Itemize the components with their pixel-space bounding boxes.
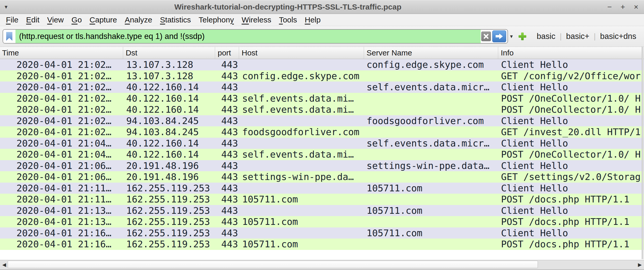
packet-row[interactable]: 2020-04-01 21:04…40.122.160.14443self.ev… — [0, 138, 644, 149]
cell-host — [239, 115, 364, 127]
packet-row[interactable]: 2020-04-01 21:02…94.103.84.245443foodsgo… — [0, 115, 644, 127]
packet-row[interactable]: 2020-04-01 21:02…40.122.160.14443self.ev… — [0, 104, 644, 115]
maximize-icon[interactable]: + — [621, 3, 625, 11]
cell-host: self.events.data.mi… — [239, 104, 364, 115]
cell-info: Client Hello — [498, 227, 644, 239]
minimize-icon[interactable]: − — [607, 3, 612, 11]
window-controls: − + × — [607, 0, 638, 14]
packet-row[interactable]: 2020-04-01 21:02…13.107.3.128443config.e… — [0, 70, 644, 82]
menu-item-telephony[interactable]: Telephony — [195, 15, 238, 24]
column-header-dst[interactable]: Dst — [123, 47, 215, 59]
cell-server-name — [364, 126, 498, 138]
cell-port: 443 — [215, 227, 239, 239]
cell-host — [239, 138, 364, 149]
cell-port: 443 — [215, 104, 239, 115]
cell-host — [239, 160, 364, 171]
packet-row[interactable]: 2020-04-01 21:13…162.255.119.25344310571… — [0, 216, 644, 227]
cell-time: 2020-04-01 21:02… — [0, 126, 123, 138]
close-icon[interactable]: × — [634, 3, 638, 11]
apply-filter-button[interactable] — [492, 30, 506, 42]
packet-row[interactable]: 2020-04-01 21:02…40.122.160.14443self.ev… — [0, 93, 644, 104]
cell-info: Client Hello — [498, 205, 644, 216]
packet-row[interactable]: 2020-04-01 21:06…20.191.48.196443setting… — [0, 160, 644, 171]
menu-item-view[interactable]: View — [43, 15, 67, 24]
cell-time: 2020-04-01 21:16… — [0, 239, 123, 250]
shortcut-separator: | — [560, 32, 562, 41]
horizontal-scrollbar-thumb[interactable] — [8, 261, 538, 268]
wireshark-window: ▾ Wireshark-tutorial-on-decrypting-HTTPS… — [0, 0, 644, 270]
display-filter-input[interactable]: (http.request or tls.handshake.type eq 1… — [15, 30, 481, 43]
filter-dropdown-icon[interactable]: ▾ — [510, 33, 513, 39]
packet-row[interactable]: 2020-04-01 21:11…162.255.119.25344310571… — [0, 183, 644, 194]
menu-item-edit[interactable]: Edit — [22, 15, 43, 24]
menu-item-analyze[interactable]: Analyze — [121, 15, 156, 24]
window-menu-icon[interactable]: ▾ — [5, 4, 7, 10]
cell-host: 105711.com — [239, 194, 364, 205]
menu-item-go[interactable]: Go — [68, 15, 86, 24]
packet-row[interactable]: 2020-04-01 21:13…162.255.119.25344310571… — [0, 205, 644, 216]
packet-row[interactable]: 2020-04-01 21:16…162.255.119.25344310571… — [0, 227, 644, 239]
cell-port: 443 — [215, 70, 239, 82]
filter-bookmark-button[interactable] — [3, 30, 15, 43]
cell-info: Client Hello — [498, 59, 644, 70]
menu-item-file[interactable]: File — [2, 15, 22, 24]
cell-host: 105711.com — [239, 216, 364, 227]
column-header-time[interactable]: Time — [0, 47, 123, 59]
cell-server-name: settings-win-ppe.data… — [364, 160, 498, 171]
column-header-port[interactable]: port — [215, 47, 239, 59]
cell-time: 2020-04-01 21:02… — [0, 104, 123, 115]
add-filter-button[interactable] — [518, 32, 527, 41]
cell-dst: 162.255.119.253 — [123, 205, 215, 216]
packet-row[interactable]: 2020-04-01 21:04…40.122.160.14443self.ev… — [0, 149, 644, 160]
packet-row[interactable]: 2020-04-01 21:02…94.103.84.245443foodsgo… — [0, 126, 644, 138]
cell-dst: 162.255.119.253 — [123, 227, 215, 239]
menu-item-help[interactable]: Help — [301, 15, 325, 24]
cell-info: POST /docs.php HTTP/1.1 — [498, 194, 644, 205]
cell-dst: 162.255.119.253 — [123, 194, 215, 205]
title-bar: ▾ Wireshark-tutorial-on-decrypting-HTTPS… — [0, 0, 644, 14]
cell-server-name — [364, 171, 498, 183]
packet-row[interactable]: 2020-04-01 21:06…20.191.48.196443setting… — [0, 171, 644, 183]
filter-shortcut-basic+[interactable]: basic+ — [562, 32, 594, 41]
cell-time: 2020-04-01 21:02… — [0, 59, 123, 70]
cell-port: 443 — [215, 160, 239, 171]
menu-item-capture[interactable]: Capture — [86, 15, 121, 24]
cell-dst: 94.103.84.245 — [123, 115, 215, 127]
scroll-left-icon[interactable]: ◀ — [2, 260, 6, 269]
column-header-host[interactable]: Host — [239, 47, 364, 59]
cell-info: Client Hello — [498, 138, 644, 149]
horizontal-scrollbar[interactable]: ◀ ▶ — [0, 260, 644, 269]
cell-info: POST /OneCollector/1.0/ H — [498, 149, 644, 160]
display-filter-box: (http.request or tls.handshake.type eq 1… — [3, 29, 508, 44]
filter-shortcut-basic[interactable]: basic — [532, 32, 560, 41]
packet-row[interactable]: 2020-04-01 21:02…13.107.3.128443config.e… — [0, 59, 644, 70]
packet-row[interactable]: 2020-04-01 21:16…162.255.119.25344310571… — [0, 239, 644, 250]
packet-row[interactable]: 2020-04-01 21:11…162.255.119.25344310571… — [0, 194, 644, 205]
cell-dst: 20.191.48.196 — [123, 171, 215, 183]
packet-row[interactable]: 2020-04-01 21:02…40.122.160.14443self.ev… — [0, 81, 644, 93]
cell-info: Client Hello — [498, 183, 644, 194]
cell-host: settings-win-ppe.da… — [239, 171, 364, 183]
filter-shortcut-basic+dns[interactable]: basic+dns — [596, 32, 641, 41]
cell-dst: 40.122.160.14 — [123, 104, 215, 115]
cell-info: POST /OneCollector/1.0/ H — [498, 93, 644, 104]
cell-dst: 162.255.119.253 — [123, 183, 215, 194]
cell-host: self.events.data.mi… — [239, 149, 364, 160]
cell-port: 443 — [215, 93, 239, 104]
cell-dst: 40.122.160.14 — [123, 81, 215, 93]
cell-port: 443 — [215, 115, 239, 127]
cell-info: GET /invest_20.dll HTTP/1 — [498, 126, 644, 138]
menu-item-statistics[interactable]: Statistics — [156, 15, 195, 24]
cell-dst: 94.103.84.245 — [123, 126, 215, 138]
menu-item-tools[interactable]: Tools — [275, 15, 301, 24]
menu-item-wireless[interactable]: Wireless — [238, 15, 275, 24]
clear-filter-button[interactable] — [481, 31, 491, 41]
scroll-right-icon[interactable]: ▶ — [638, 260, 642, 269]
cell-host — [239, 227, 364, 239]
column-header-info[interactable]: Info — [498, 47, 644, 59]
cell-host — [239, 183, 364, 194]
cell-time: 2020-04-01 21:06… — [0, 160, 123, 171]
column-header-server-name[interactable]: Server Name — [364, 47, 498, 59]
packet-list: 2020-04-01 21:02…13.107.3.128443config.e… — [0, 59, 644, 250]
vertical-scrollbar-gutter — [642, 46, 643, 259]
